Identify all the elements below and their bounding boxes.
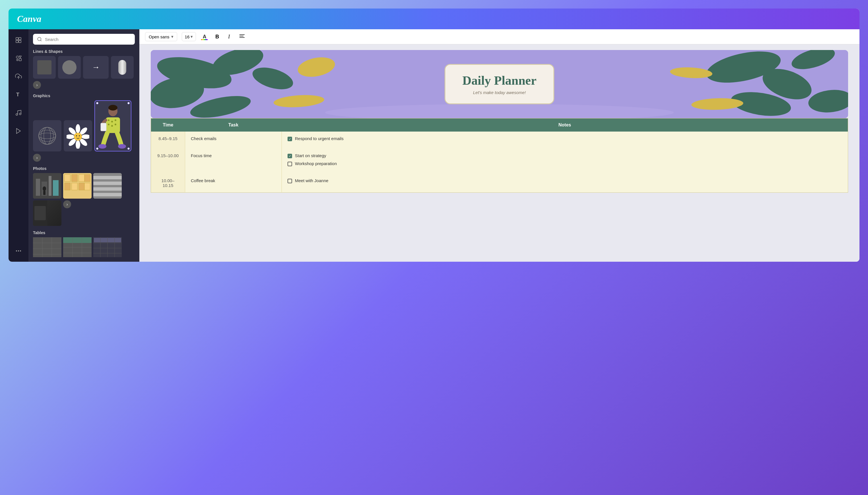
video-icon[interactable] bbox=[13, 126, 23, 136]
cylinder-shape bbox=[118, 60, 126, 75]
shape-circle-item[interactable] bbox=[58, 56, 81, 79]
checkbox-3-1[interactable] bbox=[288, 179, 292, 183]
svg-point-11 bbox=[19, 113, 21, 115]
tables-title: Tables bbox=[33, 231, 135, 235]
note-text-1-1: Respond to urgent emails bbox=[295, 136, 344, 141]
graphics-next-btn[interactable]: › bbox=[33, 154, 41, 162]
color-underline bbox=[201, 39, 208, 40]
svg-rect-49 bbox=[49, 176, 51, 196]
more-icon[interactable] bbox=[13, 246, 23, 256]
checkbox-row-2-2: Workshop preparation bbox=[288, 161, 842, 166]
shape-cylinder-item[interactable] bbox=[111, 56, 134, 79]
svg-rect-76 bbox=[63, 243, 92, 257]
canvas-content: Daily Planner Let's make today awesome! … bbox=[140, 44, 859, 262]
svg-rect-65 bbox=[93, 187, 122, 191]
font-color-btn[interactable]: A bbox=[200, 33, 209, 41]
notes-cell-2: Start on strategy Workshop preparation bbox=[282, 149, 848, 174]
font-name: Open sans bbox=[149, 34, 169, 39]
svg-point-29 bbox=[67, 134, 75, 139]
svg-rect-66 bbox=[93, 193, 122, 197]
svg-rect-55 bbox=[72, 174, 77, 182]
checkbox-row-2-1: Start on strategy bbox=[288, 153, 842, 158]
planner-table-body: 8.45–9.15 Check emails Respond to urgent… bbox=[151, 132, 848, 193]
table-row: 10.00–10.15 Coffee break Meet with Joann… bbox=[151, 174, 848, 193]
planner-header: Daily Planner Let's make today awesome! bbox=[151, 50, 848, 118]
table-row: 8.45–9.15 Check emails Respond to urgent… bbox=[151, 132, 848, 149]
photo-item-3[interactable] bbox=[93, 173, 122, 199]
search-bar[interactable] bbox=[33, 34, 135, 45]
handle-bl[interactable] bbox=[96, 148, 98, 150]
music-icon[interactable] bbox=[13, 108, 23, 118]
svg-rect-3 bbox=[19, 40, 21, 42]
svg-point-38 bbox=[111, 121, 113, 122]
graphic-wire-sphere[interactable] bbox=[33, 120, 62, 151]
left-panel: Lines & Shapes → › bbox=[29, 29, 140, 262]
upload-icon[interactable] bbox=[13, 71, 23, 82]
photos-section: Photos bbox=[33, 166, 135, 226]
svg-point-41 bbox=[111, 125, 113, 127]
svg-point-13 bbox=[16, 250, 17, 252]
text-icon[interactable]: T bbox=[13, 89, 23, 100]
shape-square-item[interactable] bbox=[33, 56, 56, 79]
time-cell-3: 10.00–10.15 bbox=[151, 174, 185, 193]
graphics-row: › bbox=[33, 100, 135, 162]
task-cell-1: Check emails bbox=[185, 132, 282, 149]
svg-point-44 bbox=[98, 144, 107, 149]
align-btn[interactable] bbox=[236, 32, 247, 41]
table-thumb-1[interactable] bbox=[33, 237, 62, 257]
font-size-value: 16 bbox=[185, 34, 190, 39]
table-thumb-2[interactable] bbox=[63, 237, 92, 257]
grid-icon[interactable] bbox=[13, 35, 23, 45]
photo-item-2[interactable] bbox=[63, 173, 92, 199]
table-svg-2 bbox=[63, 237, 92, 257]
shapes-icon[interactable] bbox=[13, 53, 23, 63]
handle-br[interactable] bbox=[127, 148, 130, 150]
svg-point-51 bbox=[43, 186, 46, 191]
arrow-shape: → bbox=[92, 63, 100, 72]
svg-rect-58 bbox=[65, 183, 70, 190]
photos-next-btn[interactable]: › bbox=[63, 200, 71, 208]
checkbox-2-2[interactable] bbox=[288, 162, 292, 166]
graphic-daisy[interactable] bbox=[64, 120, 92, 151]
svg-rect-52 bbox=[43, 191, 46, 195]
svg-point-7 bbox=[16, 59, 18, 61]
photo-item-1[interactable] bbox=[33, 173, 62, 199]
svg-point-40 bbox=[108, 124, 110, 125]
svg-point-10 bbox=[16, 114, 18, 115]
svg-rect-75 bbox=[63, 237, 92, 243]
checkbox-2-1[interactable] bbox=[288, 154, 292, 158]
canvas-area: Open sans ▾ 16 ▾ A B I bbox=[140, 29, 859, 262]
svg-point-33 bbox=[79, 135, 80, 136]
svg-rect-54 bbox=[65, 174, 70, 182]
svg-rect-47 bbox=[36, 179, 40, 196]
svg-marker-5 bbox=[19, 56, 21, 58]
font-color-label: A bbox=[203, 34, 207, 40]
font-size-selector[interactable]: 16 ▾ bbox=[182, 32, 196, 41]
checkbox-row-1-1: Respond to urgent emails bbox=[288, 136, 842, 141]
time-cell-1: 8.45–9.15 bbox=[151, 132, 185, 149]
photo-svg-4 bbox=[33, 200, 47, 226]
shape-arrow-item[interactable]: → bbox=[83, 56, 109, 79]
square-shape bbox=[37, 60, 51, 74]
graphic-person[interactable] bbox=[95, 100, 131, 151]
task-header: Task bbox=[185, 119, 282, 132]
graphics-title: Graphics bbox=[33, 93, 135, 98]
wire-sphere-svg bbox=[37, 126, 57, 146]
handle-tr[interactable] bbox=[127, 102, 130, 104]
photo-item-4[interactable] bbox=[33, 200, 62, 226]
handle-tl[interactable] bbox=[96, 102, 98, 104]
shapes-next-btn[interactable]: › bbox=[33, 81, 41, 89]
font-selector[interactable]: Open sans ▾ bbox=[145, 32, 177, 41]
svg-point-32 bbox=[76, 135, 77, 136]
bold-btn[interactable]: B bbox=[213, 33, 221, 41]
svg-point-4 bbox=[16, 56, 18, 58]
graphics-section: Graphics bbox=[33, 93, 135, 162]
svg-rect-63 bbox=[93, 176, 122, 179]
italic-btn[interactable]: I bbox=[226, 33, 232, 41]
table-thumb-3[interactable] bbox=[93, 237, 122, 257]
svg-rect-61 bbox=[84, 183, 90, 190]
checkbox-1-1[interactable] bbox=[288, 137, 292, 141]
search-input[interactable] bbox=[45, 37, 131, 42]
planner-table: Time Task Notes 8.45–9.15 Check emails bbox=[151, 118, 848, 193]
icon-sidebar: T bbox=[9, 29, 29, 262]
